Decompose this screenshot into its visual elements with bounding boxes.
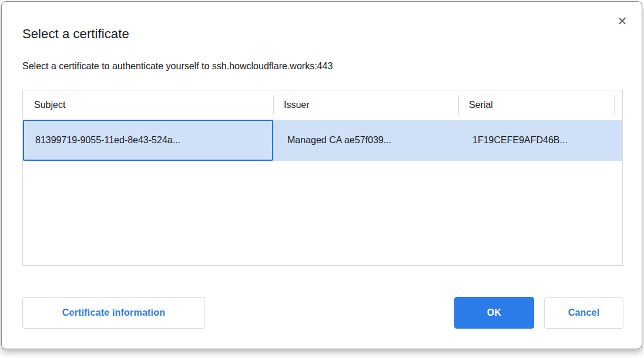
certificate-select-dialog: ✕ Select a certificate Select a certific… [1, 1, 642, 349]
column-header-issuer[interactable]: Issuer [273, 90, 458, 120]
cell-serial[interactable]: 1F19CEFE9AFD46B... [458, 120, 622, 161]
certificate-information-button[interactable]: Certificate information [22, 297, 205, 329]
ok-button[interactable]: OK [454, 297, 534, 329]
column-header-gutter [614, 90, 622, 120]
dialog-subtitle: Select a certificate to authenticate you… [22, 61, 333, 72]
dialog-title: Select a certificate [22, 26, 129, 42]
close-icon[interactable]: ✕ [613, 12, 631, 30]
table-row[interactable]: 81399719-9055-11ed-8e43-524a... Managed … [23, 120, 622, 161]
table-header-row: Subject Issuer Serial [23, 90, 622, 120]
cancel-button[interactable]: Cancel [544, 297, 623, 329]
cell-subject[interactable]: 81399719-9055-11ed-8e43-524a... [23, 120, 273, 161]
certificate-table: Subject Issuer Serial 81399719-9055-11ed… [22, 90, 623, 266]
column-header-subject[interactable]: Subject [23, 90, 273, 120]
cell-issuer[interactable]: Managed CA ae57f039... [273, 120, 458, 161]
column-header-serial[interactable]: Serial [458, 90, 614, 120]
